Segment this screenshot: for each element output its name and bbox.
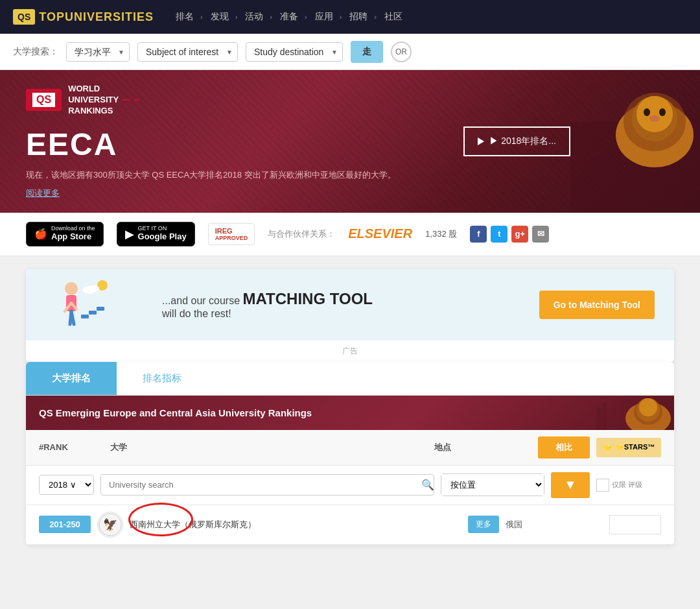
nav-item-recruit[interactable]: 招聘 › — [347, 11, 377, 23]
svg-point-7 — [649, 115, 660, 122]
svg-rect-16 — [97, 307, 104, 311]
play-store-icon: ▶ — [125, 227, 134, 241]
nav-item-rankings[interactable]: 排名 › — [173, 11, 203, 23]
rankings-tabs: 大学排名 排名指标 — [26, 362, 674, 396]
subject-select-wrapper[interactable]: Subject of interest — [137, 42, 238, 62]
partner-label: 与合作伙伴关系： — [268, 228, 335, 240]
svg-rect-15 — [89, 311, 97, 315]
facebook-icon[interactable]: f — [470, 226, 487, 243]
app-download-bar: 🍎 Download on the App Store ▶ GET IT ON … — [0, 213, 700, 256]
university-country: 俄国 — [506, 519, 603, 531]
qs-logo-badge: QS — [13, 9, 35, 25]
destination-select-wrapper[interactable]: Study destination — [246, 42, 343, 62]
location-select-wrapper[interactable]: 按位置 — [441, 473, 544, 496]
app-store-text: Download on the App Store — [51, 226, 95, 243]
rank-badge: 201-250 — [39, 516, 91, 533]
logo[interactable]: QS TOPUNIVERSITIES — [13, 9, 154, 25]
matching-tool-banner: ...and our course MATCHING TOOL will do … — [26, 269, 674, 362]
share-count: 1,332 股 — [425, 228, 457, 240]
svg-text:🦅: 🦅 — [103, 518, 118, 532]
svg-point-4 — [636, 96, 673, 132]
ad-label: 广告 — [26, 340, 674, 362]
hero-year-label: ▶ 2018年排名... — [489, 136, 556, 147]
nav-item-prepare[interactable]: 准备 › — [277, 11, 307, 23]
hero-description: 现在，该地区拥有300所顶尖大学 QS EECA大学排名2018 突出了新兴欧洲… — [26, 169, 396, 182]
matching-text-top: ...and our course MATCHING TOOL — [162, 290, 500, 308]
nav-item-apply[interactable]: 应用 › — [312, 11, 342, 23]
google-play-text: GET IT ON Google Play — [138, 226, 187, 243]
tab-university-rankings[interactable]: 大学排名 — [26, 362, 117, 395]
location-select[interactable]: 按位置 — [441, 474, 544, 496]
rank-limit-checkbox[interactable] — [596, 479, 609, 492]
hero-banner: QS WORLD UNIVERSITY RANKINGS EECA 现在，该地区… — [0, 70, 700, 213]
nav-item-events[interactable]: 活动 › — [242, 11, 272, 23]
subject-select[interactable]: Subject of interest — [137, 42, 238, 62]
apple-icon: 🍎 — [34, 228, 47, 240]
googleplus-icon[interactable]: g+ — [511, 226, 528, 243]
more-button[interactable]: 更多 — [468, 516, 499, 533]
compare-button[interactable]: 相比 — [538, 436, 590, 459]
google-play-button[interactable]: ▶ GET IT ON Google Play — [117, 222, 195, 246]
qs-logo-box: QS — [26, 89, 62, 111]
down-arrow-icon: ▼ — [551, 472, 590, 498]
tab-ranking-indicators[interactable]: 排名指标 — [117, 362, 207, 395]
rankings-title: QS Emerging Europe and Central Asia Univ… — [39, 407, 312, 418]
hero-eeca-title: EECA — [26, 126, 396, 162]
svg-rect-14 — [81, 315, 89, 318]
study-level-select-wrapper[interactable]: 学习水平 — [66, 42, 130, 62]
matching-cta-button[interactable]: Go to Matching Tool — [539, 291, 655, 319]
nav-menu: 排名 › 发现 › 活动 › 准备 › 应用 › 招聘 › 社区 — [173, 11, 405, 23]
svg-point-6 — [659, 108, 666, 116]
rank-limit-area: 仅限 评级 — [596, 479, 661, 492]
nav-item-discover[interactable]: 发现 › — [208, 11, 238, 23]
rankings-section: 大学排名 排名指标 QS Emerging Europe and Central… — [26, 362, 674, 545]
email-icon[interactable]: ✉ — [532, 226, 549, 243]
nav-item-community[interactable]: 社区 — [382, 11, 405, 23]
table-header-row: #RANK 大学 地点 相比 ⭐ ⭐STARS™ — [26, 430, 674, 466]
matching-cta-area: Go to Matching Tool — [520, 269, 674, 340]
table-row: 201-250 🦅 西南州立大学（俄罗斯库尔斯克） 更多 俄国 — [26, 505, 674, 545]
hero-logo: QS WORLD UNIVERSITY RANKINGS — [26, 84, 396, 117]
star-rating-box[interactable] — [609, 515, 661, 534]
chevron-icon: › — [340, 13, 342, 21]
chevron-icon: › — [270, 13, 272, 21]
hero-read-more-link[interactable]: 阅读更多 — [26, 187, 60, 199]
col-university-header: 大学 — [110, 442, 428, 453]
search-go-button[interactable]: 走 — [351, 41, 383, 63]
twitter-icon[interactable]: t — [491, 226, 508, 243]
chevron-icon: › — [235, 13, 238, 21]
hero-content: QS WORLD UNIVERSITY RANKINGS EECA 现在，该地区… — [26, 84, 396, 199]
svg-rect-25 — [603, 402, 607, 430]
svg-point-5 — [644, 108, 650, 116]
world-rankings-text: WORLD UNIVERSITY RANKINGS — [68, 84, 139, 117]
university-search-button[interactable]: 🔍 — [421, 479, 434, 491]
ireg-badge: IREG APPROVED — [208, 223, 255, 245]
destination-select[interactable]: Study destination — [246, 42, 343, 62]
app-store-button[interactable]: 🍎 Download on the App Store — [26, 222, 104, 246]
elsevier-logo[interactable]: ELSEVIER — [348, 226, 412, 241]
rank-limit-label: 仅限 评级 — [612, 481, 642, 489]
qs-logo-inner: QS — [32, 93, 55, 107]
table-search-row: 2018 ∨ 🔍 按位置 ▼ 仅限 评级 — [26, 466, 674, 505]
university-name: 西南州立大学（俄罗斯库尔斯克） — [130, 519, 461, 531]
col-rank-header: #RANK — [39, 442, 104, 452]
top-navigation: QS TOPUNIVERSITIES 排名 › 发现 › 活动 › 准备 › 应… — [0, 0, 700, 34]
chevron-icon: › — [305, 13, 307, 21]
star-icon: ⭐ — [603, 443, 612, 452]
matching-text-area: ...and our course MATCHING TOOL will do … — [143, 269, 520, 340]
svg-rect-24 — [596, 409, 601, 430]
stars-button[interactable]: ⭐ ⭐STARS™ — [596, 438, 661, 457]
university-search-bar: 大学搜索： 学习水平 Subject of interest Study des… — [0, 34, 700, 70]
svg-point-8 — [65, 282, 78, 295]
logo-text: TOPUNIVERSITIES — [39, 10, 154, 24]
year-select[interactable]: 2018 ∨ — [39, 475, 94, 495]
matching-text-bottom: will do the rest! — [162, 308, 500, 320]
hero-year-button[interactable]: ▶ 2018年排名... — [463, 126, 570, 156]
search-bar-label: 大学搜索： — [13, 46, 58, 58]
play-icon — [478, 137, 484, 145]
social-icons-group: f t g+ ✉ — [470, 226, 549, 243]
col-location-header: 地点 — [434, 442, 531, 453]
or-badge: OR — [391, 42, 412, 62]
study-level-select[interactable]: 学习水平 — [66, 42, 130, 62]
university-search-input[interactable] — [100, 474, 434, 496]
